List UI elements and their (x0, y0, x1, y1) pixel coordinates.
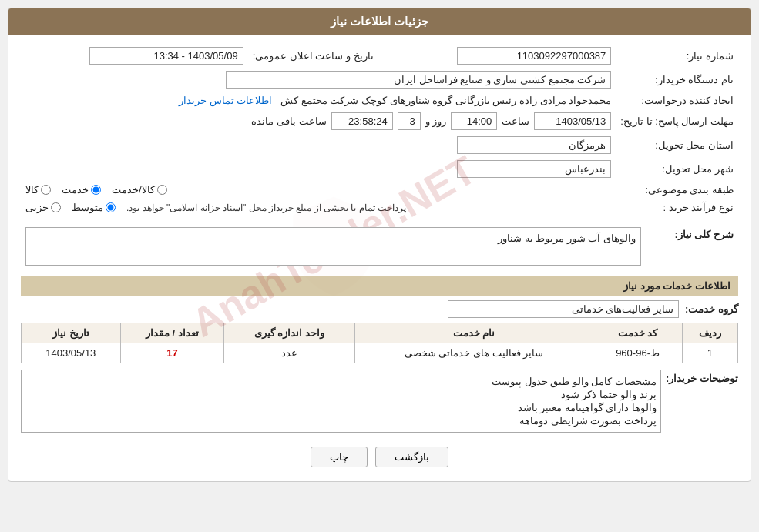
farayand-radio-motawaset[interactable] (106, 202, 116, 212)
sharh-section-table: شرح کلی نیاز: AnahTender.NET والوهای آب … (21, 224, 738, 269)
farayand-option-motawaset: متوسط (72, 202, 116, 213)
mohlatErsal-label: مهلت ارسال پاسخ: تا تاریخ: (616, 109, 738, 133)
tabaghe-option-kala: کالا (25, 184, 51, 196)
farayand-option-jozi: جزیی (25, 202, 61, 213)
tabaghe-khedmat-label: خدمت (62, 184, 89, 196)
col-radif: ردیف (682, 323, 737, 343)
creator-label: ایجاد کننده درخواست: (616, 92, 738, 109)
sharh-label: شرح کلی نیاز: (646, 224, 738, 269)
groheKhadamat-label: گروه خدمت: (685, 303, 738, 315)
tabaghe-kala-label: کالا (25, 184, 39, 196)
buyerNote-line: والوها دارای گواهینامه معتبر باشد (25, 402, 657, 413)
print-button[interactable]: چاپ (311, 447, 368, 467)
tabaghe-radio-kala[interactable] (41, 185, 51, 195)
buyerNote-box: مشخصات کامل والو طبق جدول پیوستبرند والو… (21, 370, 661, 433)
tabaghe-radio-kalakhedmat[interactable] (157, 185, 167, 195)
ostan-label: استان محل تحویل: (616, 133, 738, 157)
creator-link[interactable]: اطلاعات تماس خریدار (179, 95, 272, 106)
sharh-value: والوهای آب شور مربوط به شناور (25, 227, 641, 266)
buyerNote-section: توضیحات خریدار: مشخصات کامل والو طبق جدو… (21, 370, 738, 433)
sharh-container: AnahTender.NET والوهای آب شور مربوط به ش… (25, 227, 641, 266)
buyerNote-line: مشخصات کامل والو طبق جدول پیوست (25, 376, 657, 387)
col-kod: کد خدمت (593, 323, 683, 343)
mohlatErsal-days: 3 (398, 112, 421, 130)
services-table: ردیف کد خدمت نام خدمت واحد اندازه گیری ت… (21, 323, 738, 363)
mohlatErsal-time-label: ساعت (502, 115, 529, 127)
date-label: تاریخ و ساعت اعلان عمومی: (248, 44, 389, 68)
cell-kod: ط-96-960 (593, 343, 683, 363)
mohlatErsal-time: 14:00 (451, 112, 497, 130)
tabaghe-kalakhedmat-label: کالا/خدمت (112, 184, 155, 196)
col-name: نام خدمت (354, 323, 593, 343)
farayand-radio-jozi[interactable] (51, 202, 61, 212)
groheKhadamat-value: سایر فعالیت‌های خدماتی (448, 300, 679, 318)
cell-tarikh: 1403/05/13 (22, 343, 121, 363)
farayand-jozi-label: جزیی (25, 202, 49, 213)
col-tedad: تعداد / مقدار (120, 323, 224, 343)
buyerNote-line: پرداخت بصورت شرایطی دوماهه (25, 415, 657, 427)
namDastgah-value: شرکت مجتمع کشتی سازی و صنایع فراساحل ایر… (226, 71, 611, 89)
creator-value: محمدجواد مرادی زاده رئیس بازرگانی گروه ش… (280, 95, 611, 106)
ostan-value: هرمزگان (457, 136, 611, 154)
card-header: جزئیات اطلاعات نیاز (8, 8, 751, 35)
mohlatErsal-remaining: 23:58:24 (331, 112, 393, 130)
namDastgah-label: نام دستگاه خریدار: (616, 68, 738, 92)
back-button[interactable]: بازگشت (375, 447, 448, 467)
buyerNote-label: توضیحات خریدار: (669, 370, 738, 384)
tabaghe-label: طبقه بندی موضوعی: (616, 181, 738, 199)
table-row: 1 ط-96-960 سایر فعالیت های خدماتی شخصی ع… (22, 343, 738, 363)
col-tarikh: تاریخ نیاز (22, 323, 121, 343)
date-value: 1403/05/09 - 13:34 (89, 47, 243, 65)
cell-radif: 1 (682, 343, 737, 363)
tabaghe-option-khedmat: خدمت (62, 184, 101, 196)
groheKhadamat-row: گروه خدمت: سایر فعالیت‌های خدماتی (21, 300, 738, 318)
page-title: جزئیات اطلاعات نیاز (331, 15, 428, 28)
cell-tedad: 17 (120, 343, 224, 363)
card-body: شماره نیاز: 1103092297000387 تاریخ و ساع… (8, 35, 751, 481)
info-table-top: شماره نیاز: 1103092297000387 تاریخ و ساع… (21, 44, 738, 216)
shomareNiaz-value: 1103092297000387 (457, 47, 611, 65)
main-card: جزئیات اطلاعات نیاز شماره نیاز: 11030922… (8, 8, 751, 482)
cell-name: سایر فعالیت های خدماتی شخصی (354, 343, 593, 363)
shomareNiaz-label: شماره نیاز: (616, 44, 738, 68)
farayand-motawaset-label: متوسط (72, 202, 103, 213)
shahr-label: شهر محل تحویل: (616, 157, 738, 181)
footer-buttons: بازگشت چاپ (21, 439, 738, 472)
services-section-header: اطلاعات خدمات مورد نیاز (21, 276, 738, 296)
tabaghe-option-kalakhedmat: کالا/خدمت (112, 184, 167, 196)
col-vahed: واحد اندازه گیری (224, 323, 355, 343)
mohlatErsal-rooz: روز و (425, 115, 447, 127)
cell-vahed: عدد (224, 343, 355, 363)
shahr-value: بندرعباس (457, 160, 611, 178)
mohlatErsal-date: 1403/05/13 (534, 112, 611, 130)
farayand-label: نوع فرآیند خرید : (616, 199, 738, 216)
mohlatErsal-suffix: ساعت باقی مانده (251, 115, 326, 127)
page-wrapper: جزئیات اطلاعات نیاز شماره نیاز: 11030922… (0, 0, 759, 532)
tabaghe-radio-khedmat[interactable] (91, 185, 101, 195)
buyerNote-line: برند والو حتما ذکر شود (25, 389, 657, 400)
